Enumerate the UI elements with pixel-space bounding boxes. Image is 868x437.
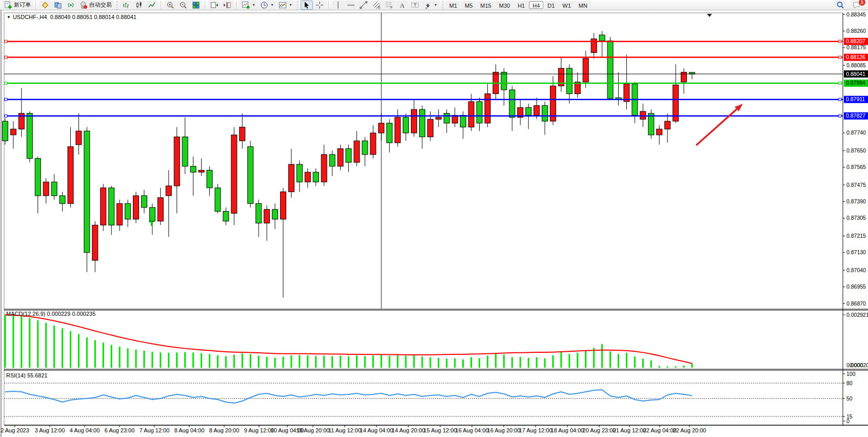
text-label-tool-button[interactable]: T xyxy=(409,1,421,10)
timeframe-M30[interactable]: M30 xyxy=(496,1,514,9)
macd-bar xyxy=(119,347,121,368)
macd-bar xyxy=(381,355,382,368)
time-axis-label: 14 Aug 20:00 xyxy=(392,427,425,433)
styles-button[interactable] xyxy=(39,1,51,10)
crosshair-icon xyxy=(315,1,324,9)
price-tick-label: 0.87130 xyxy=(846,249,866,255)
timeframe-H4[interactable]: H4 xyxy=(529,1,543,9)
macd-bar xyxy=(446,358,447,368)
candle-bull xyxy=(76,131,82,145)
toolbar-separator xyxy=(35,1,36,9)
macd-bar xyxy=(37,320,38,368)
macd-bar xyxy=(601,344,603,368)
line-chart-icon xyxy=(148,1,156,9)
time-axis-label: 22 Aug 04:00 xyxy=(643,427,677,433)
chart-shift-button[interactable] xyxy=(221,1,233,10)
channel-icon: E xyxy=(372,1,381,9)
signals-button[interactable] xyxy=(65,1,77,10)
toolbar-separator xyxy=(328,1,329,9)
time-axis-label: 4 Aug 04:00 xyxy=(70,427,100,433)
trendline-tool-button[interactable] xyxy=(358,1,370,10)
candle-bull xyxy=(133,196,139,219)
profiles-button[interactable] xyxy=(52,1,64,10)
timeframe-M5[interactable]: M5 xyxy=(461,1,476,9)
horizontal-line-tool-button[interactable] xyxy=(345,1,357,10)
candle-bull xyxy=(370,133,376,155)
macd-bar xyxy=(250,354,251,368)
macd-bar xyxy=(184,352,186,368)
macd-bar xyxy=(94,340,96,368)
toolbar-grip xyxy=(442,1,444,9)
candle-bull xyxy=(321,155,327,182)
chart-window[interactable]: 0.883450.882600.881750.880850.877400.876… xyxy=(0,10,868,437)
arrows-tool-button[interactable]: ▼ xyxy=(422,1,440,10)
candle-bull xyxy=(681,72,687,82)
macd-bar xyxy=(650,360,652,368)
candlestick-button[interactable] xyxy=(133,1,145,10)
zoom-in-button[interactable] xyxy=(164,1,176,10)
fibonacci-tool-button[interactable]: F xyxy=(383,1,396,10)
macd-bar xyxy=(454,358,456,368)
search-button[interactable] xyxy=(834,1,846,10)
time-axis-label: 8 Aug 04:00 xyxy=(174,427,205,433)
rsi-indicator-label: RSI(14) 55.6821 xyxy=(6,372,48,378)
macd-bar xyxy=(552,355,554,368)
svg-text:F: F xyxy=(390,6,392,9)
bar-chart-button[interactable] xyxy=(120,1,132,10)
auto-scroll-button[interactable] xyxy=(208,1,221,10)
fibonacci-icon: F xyxy=(385,1,393,9)
candle-bull xyxy=(280,192,286,219)
macd-bar xyxy=(12,315,14,368)
timeframe-M15[interactable]: M15 xyxy=(477,1,495,9)
macd-bar xyxy=(242,353,243,368)
candle-bull xyxy=(157,198,163,221)
candle-bull xyxy=(174,137,180,186)
periods-button[interactable]: ▼ xyxy=(258,1,276,10)
text-tool-button[interactable]: A xyxy=(396,1,408,10)
timeframe-MN[interactable]: MN xyxy=(575,1,591,9)
cursor-icon xyxy=(303,1,311,9)
timeframe-H1[interactable]: H1 xyxy=(514,1,528,9)
tile-windows-button[interactable] xyxy=(190,1,202,10)
rsi-scale-label: 50 xyxy=(846,395,853,402)
vertical-line-icon xyxy=(334,1,342,9)
timeframe-W1[interactable]: W1 xyxy=(559,1,575,9)
macd-bar xyxy=(160,352,161,368)
time-axis-label: 20 Aug 23:00 xyxy=(583,427,616,433)
notifications-button[interactable]: 1 xyxy=(851,1,863,10)
price-chart-canvas[interactable]: 0.883450.882600.881750.880850.877400.876… xyxy=(0,10,868,437)
macd-bar xyxy=(520,357,521,368)
arrow-objects-icon xyxy=(424,1,432,9)
cursor-tool-button[interactable] xyxy=(301,1,313,10)
candle-bear xyxy=(182,137,188,166)
time-axis-label: 7 Aug 12:00 xyxy=(140,427,170,433)
timeframe-D1[interactable]: D1 xyxy=(544,1,558,9)
new-order-button[interactable]: 新订单 xyxy=(2,1,33,10)
vertical-line-tool-button[interactable] xyxy=(332,1,344,10)
indicators-button[interactable]: ▼ xyxy=(277,1,294,10)
macd-bar xyxy=(209,354,210,368)
zoom-in-icon xyxy=(166,1,174,9)
macd-bar xyxy=(201,353,202,368)
zoom-out-button[interactable] xyxy=(177,1,189,10)
crosshair-tool-button[interactable] xyxy=(313,1,326,10)
new-chart-button[interactable]: ▼ xyxy=(240,1,258,10)
line-chart-button[interactable] xyxy=(146,1,158,10)
dropdown-caret-icon: ▼ xyxy=(270,3,274,7)
auto-trading-button[interactable]: 自动交易 xyxy=(77,1,114,10)
chart-menu-triangle-icon[interactable]: ▼ xyxy=(7,15,11,20)
equidistant-channel-tool-button[interactable]: E xyxy=(370,1,383,10)
candle-bull xyxy=(485,94,490,123)
price-tick-label: 0.87390 xyxy=(846,198,866,204)
price-tick-label: 0.88345 xyxy=(846,11,866,17)
time-axis-label: 6 Aug 23:00 xyxy=(105,427,135,433)
macd-bar xyxy=(683,366,685,368)
time-axis-label: 10 Aug 20:00 xyxy=(297,427,330,433)
candle-bear xyxy=(272,210,278,219)
candle-bull xyxy=(468,102,474,127)
macd-bar xyxy=(568,354,570,368)
auto-trading-icon xyxy=(80,1,88,9)
candle-bull xyxy=(199,170,204,172)
timeframe-M1[interactable]: M1 xyxy=(446,1,461,9)
macd-bar xyxy=(560,352,562,368)
